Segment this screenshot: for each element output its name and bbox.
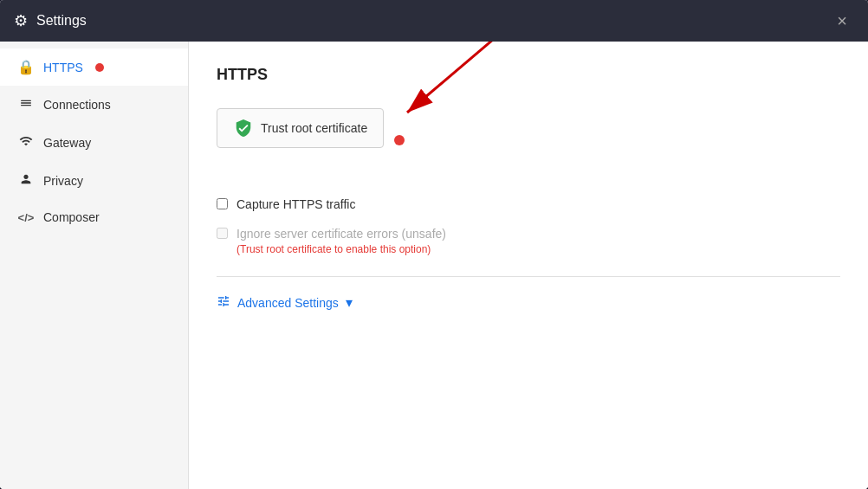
advanced-settings-label: Advanced Settings bbox=[237, 296, 339, 310]
sidebar-label-composer: Composer bbox=[43, 210, 100, 224]
cert-status-dot bbox=[394, 135, 405, 145]
capture-https-row: Capture HTTPS traffic bbox=[217, 196, 840, 212]
sidebar-label-gateway: Gateway bbox=[43, 136, 91, 150]
certificate-icon bbox=[233, 118, 254, 138]
trust-cert-row: Trust root certificate bbox=[217, 108, 405, 172]
person-icon bbox=[17, 172, 35, 190]
advanced-settings-toggle[interactable]: Advanced Settings ▾ bbox=[217, 294, 840, 311]
https-status-dot bbox=[95, 63, 104, 72]
sidebar-item-composer[interactable]: </> Composer bbox=[0, 200, 188, 235]
chevron-down-icon: ▾ bbox=[346, 294, 353, 311]
capture-https-label-area: Capture HTTPS traffic bbox=[236, 196, 355, 212]
section-divider bbox=[217, 276, 840, 277]
content-area: 🔒 HTTPS Connections bbox=[0, 42, 868, 489]
plug-icon bbox=[17, 96, 35, 113]
sliders-icon bbox=[217, 294, 230, 311]
gateway-icon bbox=[17, 134, 35, 151]
settings-window: ⚙ Settings × 🔒 HTTPS Connections bbox=[0, 0, 868, 489]
sidebar-item-connections[interactable]: Connections bbox=[0, 86, 188, 124]
titlebar-left: ⚙ Settings bbox=[14, 11, 87, 30]
sidebar-item-privacy[interactable]: Privacy bbox=[0, 162, 188, 200]
sidebar-label-connections: Connections bbox=[43, 98, 111, 112]
ignore-cert-errors-checkbox[interactable] bbox=[217, 228, 228, 239]
close-button[interactable]: × bbox=[830, 9, 854, 33]
lock-icon: 🔒 bbox=[17, 59, 35, 75]
sidebar: 🔒 HTTPS Connections bbox=[0, 42, 189, 489]
sidebar-item-https[interactable]: 🔒 HTTPS bbox=[0, 48, 188, 86]
gear-icon: ⚙ bbox=[14, 11, 28, 30]
window-title: Settings bbox=[36, 13, 87, 29]
sidebar-item-gateway[interactable]: Gateway bbox=[0, 124, 188, 162]
trust-root-certificate-button[interactable]: Trust root certificate bbox=[217, 108, 384, 148]
ignore-cert-errors-row: Ignore server certificate errors (unsafe… bbox=[217, 226, 840, 255]
composer-icon: </> bbox=[17, 211, 35, 224]
section-title: HTTPS bbox=[217, 66, 840, 84]
capture-https-label[interactable]: Capture HTTPS traffic bbox=[236, 197, 355, 211]
checkboxes-section: Capture HTTPS traffic Ignore server cert… bbox=[217, 196, 840, 255]
trust-cert-area: Trust root certificate bbox=[217, 108, 405, 172]
sidebar-label-https: HTTPS bbox=[43, 61, 83, 74]
titlebar: ⚙ Settings × bbox=[0, 0, 868, 42]
main-content: HTTPS bbox=[189, 42, 868, 489]
capture-https-checkbox[interactable] bbox=[217, 198, 228, 209]
ignore-cert-label[interactable]: Ignore server certificate errors (unsafe… bbox=[236, 227, 446, 241]
ignore-cert-sublabel: (Trust root certificate to enable this o… bbox=[236, 243, 446, 255]
trust-cert-label: Trust root certificate bbox=[261, 121, 367, 135]
ignore-cert-label-area: Ignore server certificate errors (unsafe… bbox=[236, 226, 446, 255]
sidebar-label-privacy: Privacy bbox=[43, 174, 83, 188]
